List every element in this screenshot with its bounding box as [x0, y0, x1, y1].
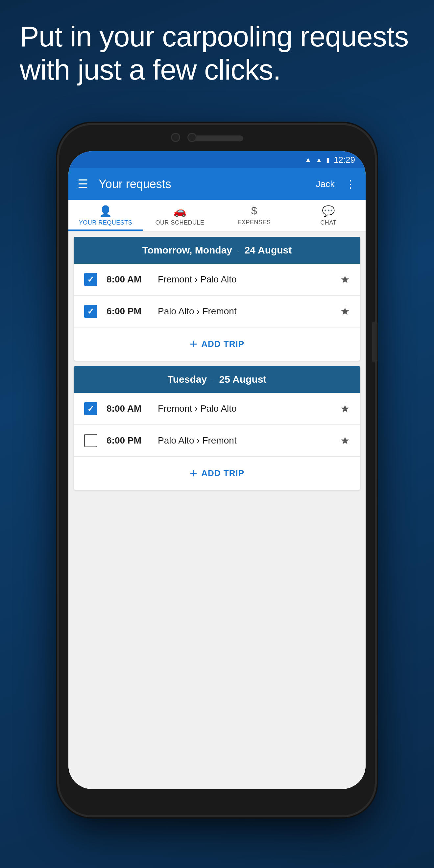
star-icon-mon-pm[interactable]: ★ [340, 305, 350, 318]
app-title: Your requests [99, 177, 305, 191]
phone-camera-left [171, 133, 180, 142]
trip-item-tue-am: 8:00 AM Fremont › Palo Alto ★ [74, 393, 360, 425]
tab-expenses-label: EXPENSES [237, 219, 271, 226]
person-icon: 👤 [99, 205, 112, 217]
checkbox-mon-am[interactable] [84, 273, 97, 286]
hero-headline: Put in your carpooling requests with jus… [20, 20, 414, 86]
trip-time-tue-pm: 6:00 PM [106, 435, 153, 446]
day-sep-tuesday: · [212, 378, 214, 384]
add-plus-icon-tuesday: + [190, 466, 197, 481]
add-trip-monday[interactable]: + ADD TRIP [74, 328, 360, 361]
dollar-icon: $ [251, 205, 257, 217]
trip-info-mon-pm: 6:00 PM Palo Alto › Fremont [106, 306, 331, 317]
phone-screen: ▲ ▲ ▮ 12:29 ☰ Your requests Jack ⋮ 👤 YOU… [68, 151, 366, 789]
day-card-monday: Tomorrow, Monday · 24 August 8:00 AM Fre… [74, 237, 360, 361]
trip-item-mon-pm: 6:00 PM Palo Alto › Fremont ★ [74, 296, 360, 328]
star-icon-tue-pm[interactable]: ★ [340, 434, 350, 447]
tab-expenses[interactable]: $ EXPENSES [217, 200, 291, 231]
trip-route-tue-pm: Palo Alto › Fremont [158, 435, 237, 446]
star-icon-mon-am[interactable]: ★ [340, 273, 350, 286]
battery-icon: ▮ [326, 156, 330, 164]
tab-our-schedule-label: OUR SCHEDULE [155, 219, 204, 226]
trip-info-tue-am: 8:00 AM Fremont › Palo Alto [106, 403, 331, 414]
phone-speaker [191, 135, 243, 142]
phone-side-button [372, 322, 377, 362]
add-trip-tuesday[interactable]: + ADD TRIP [74, 457, 360, 490]
content-area: Tomorrow, Monday · 24 August 8:00 AM Fre… [68, 231, 366, 789]
add-trip-label-monday: ADD TRIP [201, 339, 244, 349]
status-icons: ▲ ▲ ▮ 12:29 [305, 155, 355, 165]
trip-route-mon-am: Fremont › Palo Alto [158, 274, 237, 285]
day-sep-monday: · [237, 249, 239, 254]
signal-icon: ▲ [316, 156, 322, 164]
trip-item-tue-pm: 6:00 PM Palo Alto › Fremont ★ [74, 425, 360, 457]
wifi-icon: ▲ [305, 156, 312, 164]
trip-info-mon-am: 8:00 AM Fremont › Palo Alto [106, 274, 331, 285]
tab-your-requests[interactable]: 👤 YOUR REQUESTS [68, 200, 143, 231]
tab-your-requests-label: YOUR REQUESTS [79, 219, 132, 226]
add-trip-label-tuesday: ADD TRIP [201, 468, 244, 478]
checkbox-mon-pm[interactable] [84, 305, 97, 318]
tab-chat-label: CHAT [320, 219, 337, 226]
user-name: Jack [316, 179, 335, 189]
trip-time-mon-am: 8:00 AM [106, 274, 153, 285]
checkbox-tue-pm[interactable] [84, 434, 97, 447]
add-plus-icon-monday: + [190, 337, 197, 351]
day-header-monday: Tomorrow, Monday · 24 August [74, 237, 360, 264]
day-header-tuesday: Tuesday · 25 August [74, 366, 360, 393]
day-card-tuesday: Tuesday · 25 August 8:00 AM Fremont › Pa… [74, 366, 360, 490]
trip-info-tue-pm: 6:00 PM Palo Alto › Fremont [106, 435, 331, 446]
checkbox-tue-am[interactable] [84, 402, 97, 415]
tab-bar: 👤 YOUR REQUESTS 🚗 OUR SCHEDULE $ EXPENSE… [68, 200, 366, 231]
tab-chat[interactable]: 💬 CHAT [291, 200, 366, 231]
status-bar: ▲ ▲ ▮ 12:29 [68, 151, 366, 168]
status-time: 12:29 [334, 155, 355, 165]
tab-our-schedule[interactable]: 🚗 OUR SCHEDULE [143, 200, 217, 231]
day-label-tuesday: Tuesday [168, 374, 207, 385]
car-icon: 🚗 [173, 205, 186, 217]
trip-time-mon-pm: 6:00 PM [106, 306, 153, 317]
trip-time-tue-am: 8:00 AM [106, 403, 153, 414]
chat-icon: 💬 [322, 205, 335, 217]
phone-camera-right [187, 133, 197, 142]
day-date-tuesday: 25 August [219, 374, 266, 385]
day-date-monday: 24 August [244, 245, 291, 255]
hamburger-menu-icon[interactable]: ☰ [78, 177, 88, 191]
phone-mockup: ▲ ▲ ▮ 12:29 ☰ Your requests Jack ⋮ 👤 YOU… [59, 125, 375, 815]
day-label-monday: Tomorrow, Monday [143, 245, 232, 255]
trip-route-tue-am: Fremont › Palo Alto [158, 403, 237, 414]
trip-route-mon-pm: Palo Alto › Fremont [158, 306, 237, 317]
overflow-menu-icon[interactable]: ⋮ [345, 178, 356, 190]
star-icon-tue-am[interactable]: ★ [340, 402, 350, 415]
app-bar: ☰ Your requests Jack ⋮ [68, 168, 366, 200]
trip-item-mon-am: 8:00 AM Fremont › Palo Alto ★ [74, 264, 360, 296]
